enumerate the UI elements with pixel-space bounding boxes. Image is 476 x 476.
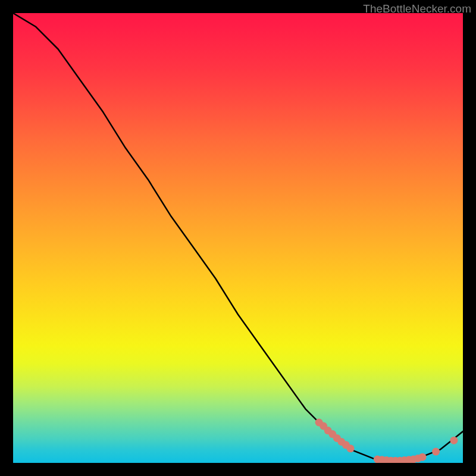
- curve-line: [13, 13, 463, 461]
- chart-plot-area: [13, 13, 463, 463]
- chart-svg: [13, 13, 463, 463]
- highlighted-points: [315, 419, 458, 464]
- svg-point-20: [450, 437, 458, 444]
- svg-point-18: [419, 453, 427, 461]
- watermark-text: TheBottleNecker.com: [363, 2, 471, 15]
- svg-point-19: [432, 448, 440, 456]
- svg-point-7: [347, 444, 355, 452]
